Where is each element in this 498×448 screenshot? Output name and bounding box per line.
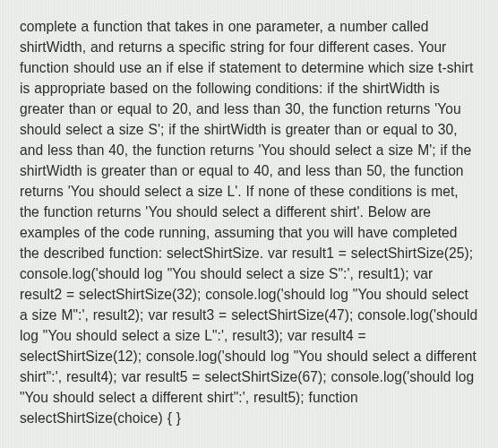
question-body-text: complete a function that takes in one pa… [20, 16, 478, 428]
